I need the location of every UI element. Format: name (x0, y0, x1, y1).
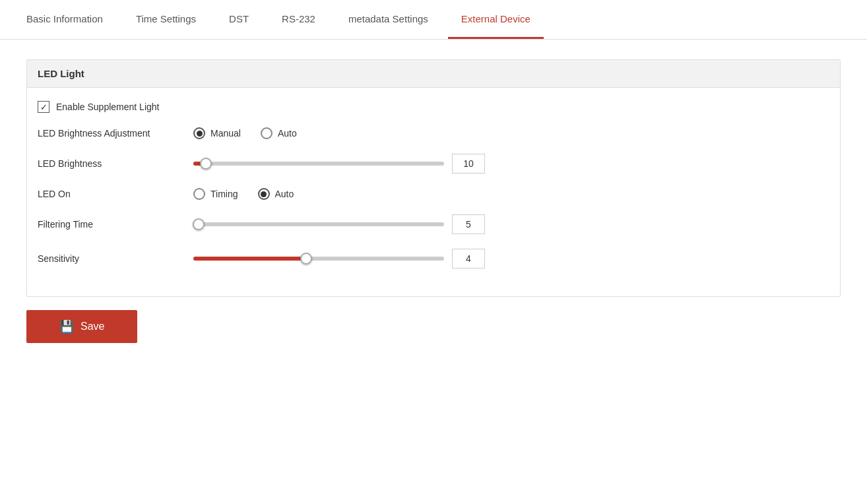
enable-supplement-light-row: ✓ Enable Supplement Light (38, 101, 829, 113)
tab-time-settings[interactable]: Time Settings (123, 0, 209, 39)
section-body: ✓ Enable Supplement Light LED Brightness… (27, 88, 840, 296)
led-brightness-slider-container: 10 (193, 154, 485, 173)
led-brightness-label: LED Brightness (38, 158, 183, 169)
led-on-options: Timing Auto (193, 188, 294, 200)
led-brightness-auto-label: Auto (278, 128, 297, 139)
tab-rs232[interactable]: RS-232 (269, 0, 329, 39)
led-on-auto-option[interactable]: Auto (258, 188, 294, 200)
tab-basic-information[interactable]: Basic Information (13, 0, 116, 39)
led-brightness-manual-label: Manual (210, 128, 241, 139)
tab-dst[interactable]: DST (216, 0, 262, 39)
sensitivity-slider-track[interactable] (193, 257, 444, 261)
section-header: LED Light (27, 60, 840, 88)
main-content: LED Light ✓ Enable Supplement Light LED … (0, 40, 867, 363)
led-on-auto-radio[interactable] (258, 188, 270, 200)
led-brightness-row: LED Brightness 10 (38, 154, 829, 173)
filtering-time-row: Filtering Time 5 (38, 214, 829, 234)
sensitivity-label: Sensitivity (38, 253, 183, 264)
filtering-time-slider-thumb[interactable] (193, 218, 205, 230)
filtering-time-slider-track[interactable] (193, 222, 444, 226)
tab-metadata-settings[interactable]: metadata Settings (335, 0, 441, 39)
tab-external-device[interactable]: External Device (448, 0, 544, 39)
sensitivity-value[interactable]: 4 (452, 249, 485, 268)
led-brightness-value[interactable]: 10 (452, 154, 485, 173)
led-on-timing-option[interactable]: Timing (193, 188, 238, 200)
led-on-auto-label: Auto (275, 189, 294, 199)
save-button-label: Save (80, 321, 104, 332)
filtering-time-slider-container: 5 (193, 214, 485, 234)
tab-navigation: Basic Information Time Settings DST RS-2… (0, 0, 867, 40)
led-brightness-adjustment-row: LED Brightness Adjustment Manual Auto (38, 127, 829, 139)
enable-supplement-light-label: Enable Supplement Light (56, 102, 159, 112)
save-button[interactable]: 💾 Save (26, 310, 137, 343)
led-brightness-adjustment-label: LED Brightness Adjustment (38, 128, 183, 139)
sensitivity-slider-fill (193, 257, 306, 261)
led-brightness-manual-option[interactable]: Manual (193, 127, 241, 139)
led-on-label: LED On (38, 189, 183, 199)
led-brightness-manual-radio[interactable] (193, 127, 205, 139)
sensitivity-row: Sensitivity 4 (38, 249, 829, 268)
led-light-section: LED Light ✓ Enable Supplement Light LED … (26, 59, 841, 297)
led-on-timing-radio[interactable] (193, 188, 205, 200)
led-brightness-slider-track[interactable] (193, 162, 444, 166)
led-on-row: LED On Timing Auto (38, 188, 829, 200)
sensitivity-slider-thumb[interactable] (300, 253, 312, 265)
filtering-time-label: Filtering Time (38, 219, 183, 230)
led-brightness-auto-radio[interactable] (261, 127, 273, 139)
save-icon: 💾 (59, 319, 74, 334)
sensitivity-slider-container: 4 (193, 249, 485, 268)
filtering-time-value[interactable]: 5 (452, 214, 485, 234)
checkmark-icon: ✓ (40, 102, 48, 112)
led-brightness-adjustment-options: Manual Auto (193, 127, 297, 139)
led-on-timing-label: Timing (210, 189, 238, 199)
led-brightness-slider-thumb[interactable] (200, 158, 212, 170)
led-brightness-auto-option[interactable]: Auto (261, 127, 297, 139)
enable-supplement-light-checkbox[interactable]: ✓ (38, 101, 49, 113)
